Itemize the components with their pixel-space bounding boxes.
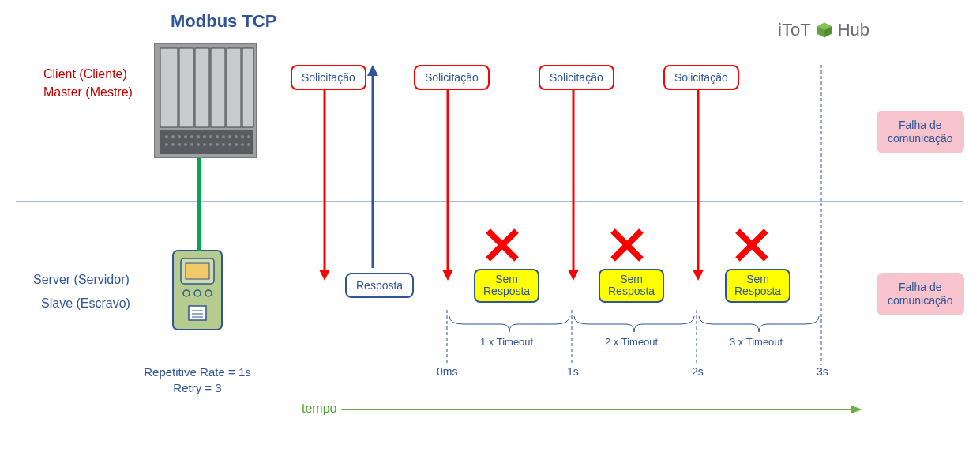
svg-marker-53 xyxy=(568,270,579,281)
cube-icon xyxy=(816,21,833,39)
svg-rect-45 xyxy=(189,306,206,320)
box-falha-bottom: Falha decomunicação xyxy=(877,273,964,315)
box-solicitacao-1: Solicitação xyxy=(291,65,366,90)
arrow-down-1 xyxy=(318,89,331,281)
svg-point-37 xyxy=(241,143,244,146)
svg-point-14 xyxy=(184,135,187,138)
arrow-down-2 xyxy=(441,89,454,281)
logo-text-suffix: Hub xyxy=(838,20,869,40)
sr3-l2: Resposta xyxy=(734,285,781,297)
sr2-l2: Resposta xyxy=(608,285,655,297)
brace-3 xyxy=(697,315,820,334)
label-master: Master (Mestre) xyxy=(43,85,133,100)
svg-marker-55 xyxy=(693,270,704,281)
diagram-title: Modbus TCP xyxy=(171,11,276,32)
svg-point-22 xyxy=(235,135,238,138)
box-sem-resposta-1: SemResposta xyxy=(474,269,539,303)
svg-point-19 xyxy=(216,135,219,138)
sr3-l1: Sem xyxy=(746,273,769,285)
label-client: Client (Cliente) xyxy=(43,67,127,81)
box-solicitacao-3: Solicitação xyxy=(539,65,614,90)
svg-point-33 xyxy=(216,143,219,146)
arrow-down-3 xyxy=(567,89,580,281)
svg-point-27 xyxy=(178,143,181,146)
label-retry: Retry = 3 xyxy=(138,381,257,394)
ft-l1: Falha de xyxy=(899,119,941,131)
svg-rect-6 xyxy=(195,48,209,127)
svg-point-16 xyxy=(197,135,200,138)
svg-point-32 xyxy=(209,143,212,146)
svg-rect-9 xyxy=(242,48,253,127)
arrow-up-resposta xyxy=(366,65,379,268)
box-solicitacao-2: Solicitação xyxy=(414,65,490,90)
label-server: Server (Servidor) xyxy=(33,273,130,287)
svg-point-24 xyxy=(247,135,250,138)
label-timeout-3: 3 x Timeout xyxy=(730,336,783,348)
svg-rect-5 xyxy=(179,48,193,127)
svg-point-35 xyxy=(228,143,231,146)
box-sem-resposta-2: SemResposta xyxy=(599,269,664,303)
ft-l2: comunicação xyxy=(888,132,953,145)
label-repetitive-rate: Repetitive Rate = 1s xyxy=(138,365,257,379)
logo-text-prefix: iToT xyxy=(778,20,811,40)
link-line xyxy=(195,158,203,251)
tick-2: 2s xyxy=(692,365,704,378)
svg-point-23 xyxy=(241,135,244,138)
tick-0: 0ms xyxy=(437,365,457,378)
svg-point-36 xyxy=(235,143,238,146)
svg-point-17 xyxy=(203,135,206,138)
box-solicitacao-4: Solicitação xyxy=(663,65,739,90)
sr1-l2: Resposta xyxy=(483,285,530,297)
svg-point-28 xyxy=(184,143,187,146)
tick-1: 1s xyxy=(567,365,579,378)
svg-rect-8 xyxy=(227,48,241,127)
svg-point-26 xyxy=(171,143,175,146)
tick-3: 3s xyxy=(817,365,828,378)
label-timeout-2: 2 x Timeout xyxy=(605,336,658,348)
svg-marker-57 xyxy=(367,65,378,76)
svg-point-38 xyxy=(247,143,250,146)
x-icon-3 xyxy=(734,228,769,262)
svg-marker-69 xyxy=(851,406,862,413)
svg-point-11 xyxy=(165,135,168,138)
svg-point-34 xyxy=(222,143,225,146)
x-icon-1 xyxy=(485,228,520,262)
svg-point-29 xyxy=(190,143,193,146)
svg-point-21 xyxy=(228,135,231,138)
svg-point-25 xyxy=(165,143,168,146)
label-tempo: tempo xyxy=(302,402,336,416)
svg-rect-7 xyxy=(211,48,225,127)
slave-device-icon xyxy=(170,249,225,336)
svg-point-18 xyxy=(209,135,212,138)
svg-point-15 xyxy=(190,135,193,138)
svg-marker-49 xyxy=(319,270,330,281)
svg-point-12 xyxy=(171,135,175,138)
sr2-l1: Sem xyxy=(620,273,643,285)
plc-device-icon xyxy=(154,43,257,158)
x-icon-2 xyxy=(610,228,644,262)
label-slave: Slave (Escravo) xyxy=(41,296,130,311)
logo: iToT Hub xyxy=(778,20,869,40)
svg-point-20 xyxy=(222,135,225,138)
box-sem-resposta-3: SemResposta xyxy=(725,269,790,303)
arrow-down-4 xyxy=(692,89,704,281)
brace-2 xyxy=(573,315,696,334)
svg-point-31 xyxy=(203,143,206,146)
sr1-l1: Sem xyxy=(495,273,518,285)
svg-point-30 xyxy=(197,143,200,146)
label-timeout-1: 1 x Timeout xyxy=(480,336,533,348)
svg-rect-41 xyxy=(186,263,209,279)
svg-rect-4 xyxy=(160,48,178,127)
svg-rect-10 xyxy=(160,130,253,154)
fb-l2: comunicação xyxy=(888,294,953,307)
box-resposta: Resposta xyxy=(345,273,414,298)
svg-marker-51 xyxy=(442,270,453,281)
fb-l1: Falha de xyxy=(899,281,941,293)
box-falha-top: Falha decomunicação xyxy=(877,111,964,153)
svg-point-13 xyxy=(178,135,181,138)
brace-1 xyxy=(448,315,571,334)
tempo-arrow xyxy=(341,403,862,416)
